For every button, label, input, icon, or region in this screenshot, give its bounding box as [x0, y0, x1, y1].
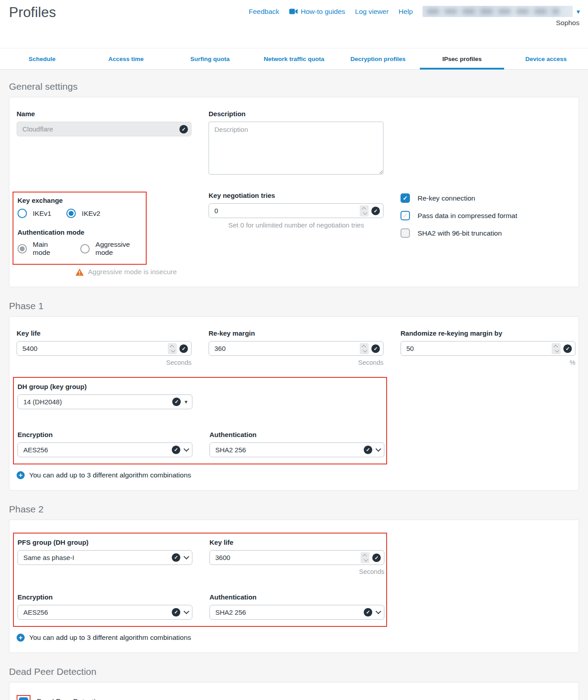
log-viewer-link[interactable]: Log viewer	[355, 8, 389, 16]
radio-ikev2[interactable]	[66, 209, 76, 218]
phase2-heading: Phase 2	[9, 504, 579, 515]
dpd-toggle-row: ✓ Dead Peer Detection	[17, 695, 571, 700]
chevron-down-icon	[183, 446, 189, 452]
phase2-pfs-group: PFS group (DH group) Same as phase-I ✓	[17, 538, 192, 565]
stepper-icon[interactable]	[360, 205, 369, 216]
aggressive-warning-text: Aggressive mode is insecure	[88, 268, 177, 276]
phase2-pfs-label: PFS group (DH group)	[17, 538, 192, 546]
phase2-pfs-select[interactable]: Same as phase-I ✓	[17, 550, 192, 565]
phase1-card: Key life ✓ Seconds Re-key margin ✓ Secon…	[9, 316, 579, 490]
phase2-key-life-group: Key life ✓ Seconds	[209, 538, 384, 575]
general-checkbox-column: ✓ Re-key connection ✓ Pass data in compr…	[401, 192, 575, 246]
header-links: Feedback How-to guides Log viewer Help ▾	[248, 6, 580, 17]
dpd-checkbox[interactable]: ✓	[19, 697, 28, 700]
phase1-rekey-margin-input[interactable]	[209, 341, 383, 356]
radio-main-mode-label: Main mode	[33, 241, 65, 257]
stepper-icon[interactable]	[552, 343, 561, 354]
account-caret-down-icon[interactable]: ▾	[576, 8, 580, 16]
stepper-icon[interactable]	[360, 343, 369, 354]
name-group: Name ✓	[17, 110, 192, 136]
phase2-key-life-input[interactable]	[209, 550, 384, 565]
phase1-add-combination-row[interactable]: + You can add up to 3 different algorith…	[17, 471, 571, 479]
phase1-randomize-unit: %	[401, 359, 575, 366]
valid-check-icon: ✓	[172, 398, 181, 406]
account-selector-redacted[interactable]	[422, 6, 573, 17]
phase2-add-combination-row[interactable]: + You can add up to 3 different algorith…	[17, 634, 571, 642]
name-field-wrap: ✓	[17, 122, 192, 136]
radio-main-mode[interactable]	[17, 244, 27, 254]
radio-ikev2-label: IKEv2	[82, 210, 100, 218]
phase1-authentication-label: Authentication	[209, 431, 384, 438]
valid-check-icon: ✓	[371, 206, 380, 215]
radio-ikev1[interactable]	[17, 209, 27, 218]
radio-aggressive-mode[interactable]	[80, 244, 90, 254]
name-label: Name	[17, 110, 192, 118]
phase2-authentication-select[interactable]: SHA2 256 ✓	[209, 605, 384, 620]
plus-circle-icon[interactable]: +	[17, 471, 25, 479]
phase1-encryption-select[interactable]: AES256 ✓	[17, 442, 192, 457]
phase1-randomize-label: Randomize re-keying margin by	[401, 329, 575, 337]
brand-label: Sophos	[556, 19, 579, 27]
key-negotiation-helper: Set 0 for unlimited number of negotiatio…	[209, 221, 383, 229]
chevron-down-icon	[183, 608, 189, 614]
phase2-algorithms-highlight-box: PFS group (DH group) Same as phase-I ✓ K…	[13, 533, 387, 627]
phase2-encryption-group: Encryption AES256 ✓	[17, 593, 192, 620]
tab-decryption-profiles[interactable]: Decryption profiles	[336, 48, 420, 69]
phase1-dh-group-select[interactable]: 14 (DH2048) ✓ ▾	[17, 394, 192, 409]
phase1-authentication-group: Authentication SHA2 256 ✓	[209, 431, 384, 457]
feedback-label: Feedback	[248, 8, 279, 16]
help-link[interactable]: Help	[399, 8, 413, 16]
warning-triangle-icon	[75, 268, 84, 276]
general-settings-heading: General settings	[9, 81, 579, 92]
tab-ipsec-profiles[interactable]: IPsec profiles	[420, 48, 504, 69]
phase1-dh-group-value: 14 (DH2048)	[23, 398, 172, 406]
phase2-authentication-group: Authentication SHA2 256 ✓	[209, 593, 384, 620]
radio-ikev1-label: IKEv1	[33, 210, 51, 218]
key-negotiation-input[interactable]	[209, 203, 383, 218]
phase1-encryption-value: AES256	[23, 446, 172, 454]
phase1-heading: Phase 1	[9, 301, 579, 311]
plus-circle-icon[interactable]: +	[17, 634, 25, 642]
tab-device-access[interactable]: Device access	[504, 48, 588, 69]
description-group: Description	[209, 110, 383, 176]
compressed-format-label: Pass data in compressed format	[418, 212, 517, 220]
description-textarea[interactable]	[209, 122, 383, 175]
chevron-down-icon	[375, 446, 381, 452]
key-exchange-highlight-box: Key exchange IKEv1 IKEv2 Authentication …	[13, 192, 147, 265]
phase1-authentication-value: SHA2 256	[215, 446, 364, 454]
chevron-down-icon	[183, 554, 189, 560]
key-exchange-options: IKEv1 IKEv2	[17, 209, 146, 218]
phase2-card: PFS group (DH group) Same as phase-I ✓ K…	[9, 520, 579, 653]
feedback-link[interactable]: Feedback	[248, 8, 279, 16]
sha2-truncation-checkbox[interactable]: ✓	[401, 228, 410, 238]
tab-network-traffic-quota[interactable]: Network traffic quota	[252, 48, 336, 69]
howto-guides-link[interactable]: How-to guides	[289, 8, 345, 16]
phase2-encryption-value: AES256	[23, 608, 172, 616]
phase1-randomize-input[interactable]	[401, 341, 575, 356]
auth-mode-label: Authentication mode	[17, 228, 146, 236]
phase2-authentication-value: SHA2 256	[215, 608, 364, 616]
phase2-authentication-label: Authentication	[209, 593, 384, 601]
stepper-icon[interactable]	[361, 552, 370, 563]
auth-mode-options: Main mode Aggressive mode	[17, 241, 146, 257]
rekey-connection-row: ✓ Re-key connection	[401, 193, 575, 203]
phase1-key-life-input[interactable]	[17, 341, 192, 356]
stepper-icon[interactable]	[168, 343, 177, 354]
aggressive-warning-row: Aggressive mode is insecure	[75, 268, 192, 276]
rekey-connection-checkbox[interactable]: ✓	[401, 193, 410, 203]
phase1-key-life-label: Key life	[17, 329, 192, 337]
tab-surfing-quota[interactable]: Surfing quota	[168, 48, 252, 69]
tab-access-time[interactable]: Access time	[84, 48, 168, 69]
phase1-rekey-margin-label: Re-key margin	[209, 329, 383, 337]
compressed-format-checkbox[interactable]: ✓	[401, 211, 410, 220]
valid-check-icon: ✓	[371, 344, 380, 353]
phase2-encryption-select[interactable]: AES256 ✓	[17, 605, 192, 620]
page-header: Profiles Feedback How-to guides Log view…	[0, 0, 588, 48]
phase1-dh-group: DH group (key group) 14 (DH2048) ✓ ▾	[17, 383, 383, 409]
phase1-key-life-unit: Seconds	[17, 359, 192, 366]
phase2-encryption-label: Encryption	[17, 593, 192, 601]
tab-schedule[interactable]: Schedule	[0, 48, 84, 69]
phase1-authentication-select[interactable]: SHA2 256 ✓	[209, 442, 384, 457]
sha2-truncation-row: ✓ SHA2 with 96-bit truncation	[401, 228, 575, 238]
name-input[interactable]	[17, 122, 192, 136]
